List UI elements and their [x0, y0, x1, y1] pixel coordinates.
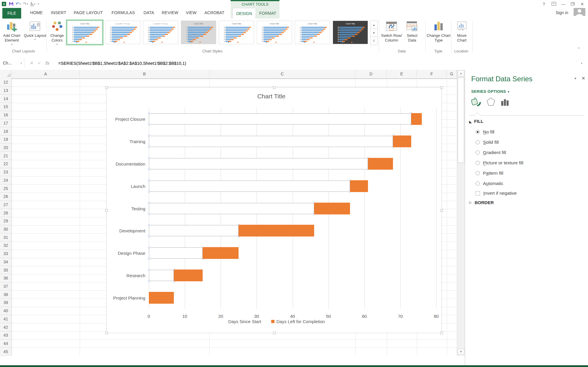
effects-icon[interactable]: [487, 97, 495, 108]
legend-item-days-since-start[interactable]: Days Since Start: [223, 319, 261, 324]
move-chart-button[interactable]: Move Chart: [452, 20, 472, 49]
bar-days-left[interactable]: [239, 225, 314, 237]
category-label[interactable]: Design Phase: [107, 251, 145, 256]
chart-style-8[interactable]: Chart Title: [333, 21, 368, 44]
series-options-header[interactable]: SERIES OPTIONS ▼: [471, 89, 510, 94]
bar-days-since-start[interactable]: [149, 158, 368, 169]
chart-resize-handle[interactable]: [105, 209, 108, 212]
selection-handle[interactable]: [148, 280, 150, 282]
row-header-30[interactable]: 30: [0, 225, 11, 234]
column-header-B[interactable]: B: [80, 70, 209, 78]
bar-days-left[interactable]: [350, 180, 368, 192]
row-header-28[interactable]: 28: [0, 209, 11, 217]
row-header-29[interactable]: 29: [0, 217, 11, 225]
category-label[interactable]: Documentation: [107, 161, 145, 166]
chart-style-5[interactable]: Chart Title: [219, 21, 254, 44]
selection-handle[interactable]: [148, 202, 150, 204]
confirm-entry-icon[interactable]: ✓: [38, 61, 41, 65]
selection-handle[interactable]: [148, 135, 150, 137]
bar-days-since-start[interactable]: [149, 136, 393, 147]
gallery-scroll-up-button[interactable]: ▲: [370, 21, 378, 29]
selection-handle[interactable]: [148, 146, 150, 148]
row-header-31[interactable]: 31: [0, 233, 11, 242]
row-header-40[interactable]: 40: [0, 307, 11, 315]
column-header-F[interactable]: F: [417, 70, 447, 78]
undo-dropdown-icon[interactable]: ▾: [20, 3, 21, 5]
tab-file[interactable]: FILE: [2, 8, 21, 19]
row-header-19[interactable]: 19: [0, 135, 11, 144]
fill-section-header[interactable]: ◣ FILL: [469, 119, 483, 124]
radio-icon[interactable]: [476, 151, 480, 155]
touch-mode-icon[interactable]: ▾: [30, 2, 35, 6]
radio-icon[interactable]: [476, 130, 480, 134]
bar-days-since-start[interactable]: [149, 203, 314, 214]
chart-style-3[interactable]: CHART TITLE: [143, 21, 178, 44]
fill-option-solid-fill[interactable]: Solid fill: [476, 140, 499, 145]
bar-days-left[interactable]: [314, 203, 350, 214]
category-label[interactable]: Project Closure: [107, 116, 145, 121]
chart-resize-handle[interactable]: [440, 332, 443, 334]
minimize-button[interactable]: —: [559, 2, 567, 6]
gallery-more-button[interactable]: ⊽: [370, 37, 378, 45]
row-header-43[interactable]: 43: [0, 331, 11, 340]
radio-icon[interactable]: [476, 171, 480, 175]
chart-resize-handle[interactable]: [105, 86, 108, 89]
switch-row-column-button[interactable]: Switch Row/ Column: [380, 20, 403, 49]
select-all-corner[interactable]: [0, 70, 12, 78]
invert-if-negative-checkbox[interactable]: Invert if negative: [476, 191, 517, 196]
row-header-24[interactable]: 24: [0, 176, 11, 184]
customize-qat-icon[interactable]: ▾: [38, 3, 39, 5]
chart-style-6[interactable]: Chart Title: [257, 21, 292, 44]
tab-design[interactable]: DESIGN: [232, 8, 256, 19]
radio-icon[interactable]: [476, 140, 480, 144]
radio-icon[interactable]: [476, 181, 480, 186]
select-data-button[interactable]: Select Data: [402, 20, 422, 49]
column-header-D[interactable]: D: [355, 70, 387, 78]
legend-item-days-left[interactable]: Days Left for Completion: [271, 319, 325, 324]
add-chart-element-button[interactable]: Add Chart Element▾: [0, 20, 23, 49]
selection-handle[interactable]: [148, 179, 150, 181]
row-header-32[interactable]: 32: [0, 242, 11, 250]
row-header-26[interactable]: 26: [0, 193, 11, 201]
row-header-44[interactable]: 44: [0, 340, 11, 348]
selection-handle[interactable]: [148, 123, 150, 125]
row-header-15[interactable]: 15: [0, 103, 11, 111]
fill-option-pattern-fill[interactable]: Pattern fill: [476, 171, 503, 176]
row-header-13[interactable]: 13: [0, 87, 11, 95]
bar-days-left[interactable]: [393, 135, 411, 147]
row-header-42[interactable]: 42: [0, 323, 11, 331]
restore-button[interactable]: [569, 2, 577, 6]
row-header-38[interactable]: 38: [0, 290, 11, 299]
row-header-34[interactable]: 34: [0, 258, 11, 266]
chart-title[interactable]: Chart Title: [106, 93, 436, 100]
row-header-17[interactable]: 17: [0, 119, 11, 128]
selection-handle[interactable]: [148, 224, 150, 226]
bar-days-since-start[interactable]: [149, 225, 239, 236]
chart-resize-handle[interactable]: [273, 332, 276, 334]
row-header-14[interactable]: 14: [0, 95, 11, 103]
cancel-entry-icon[interactable]: ✕: [30, 61, 34, 65]
avatar[interactable]: [574, 8, 585, 16]
scroll-down-icon[interactable]: ▼: [458, 349, 464, 355]
sign-in-link[interactable]: Sign in: [556, 10, 568, 15]
row-header-37[interactable]: 37: [0, 282, 11, 291]
quick-layout-button[interactable]: Quick Layout▾: [24, 20, 46, 49]
tab-formulas[interactable]: FORMULAS: [111, 10, 135, 15]
tab-insert[interactable]: INSERT: [51, 10, 66, 15]
help-button[interactable]: ?: [540, 2, 548, 6]
selection-handle[interactable]: [148, 258, 150, 260]
row-header-27[interactable]: 27: [0, 201, 11, 209]
pane-close-icon[interactable]: ✕: [582, 76, 585, 81]
touch-mode-dropdown-icon[interactable]: ▾: [34, 3, 35, 5]
name-box-dropdown-icon[interactable]: ▾: [21, 62, 22, 65]
row-header-36[interactable]: 36: [0, 274, 11, 282]
bar-days-left[interactable]: [368, 158, 393, 170]
chart-resize-handle[interactable]: [440, 209, 443, 212]
chart-object[interactable]: Chart Title Days Since Start Days Left f…: [106, 87, 442, 333]
change-chart-type-button[interactable]: Change Chart Type: [427, 20, 451, 49]
chart-resize-handle[interactable]: [440, 86, 443, 89]
formula-bar-expand-icon[interactable]: ▾: [581, 62, 582, 65]
bar-days-since-start[interactable]: [149, 113, 411, 125]
bar-days-left[interactable]: [149, 292, 174, 304]
tab-page-layout[interactable]: PAGE LAYOUT: [74, 10, 103, 15]
